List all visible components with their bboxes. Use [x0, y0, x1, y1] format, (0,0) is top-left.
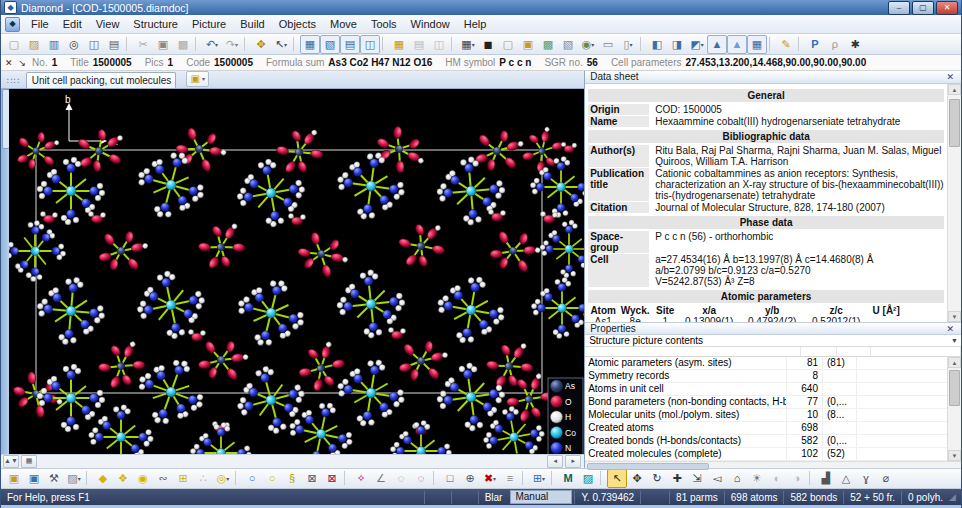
measure-icon[interactable]: M — [558, 469, 578, 488]
export-icon[interactable]: ▭ — [598, 35, 618, 54]
tab-grip-icon[interactable]: ∷∷ — [3, 76, 26, 88]
manual-mode-box[interactable]: Manual — [510, 490, 572, 504]
shift-tool-icon[interactable]: ✚ — [667, 469, 687, 488]
viewport-vertical-scrollbar[interactable] — [1, 89, 9, 454]
ring-red-icon[interactable]: ◌ — [411, 469, 431, 488]
document-icon[interactable]: ◆ — [5, 17, 20, 32]
open-document-icon[interactable]: ▨ — [24, 35, 44, 54]
menu-item[interactable]: Move — [323, 16, 364, 32]
copy-icon[interactable]: ▣ — [153, 35, 173, 54]
powder-chart-icon[interactable]: ▲ — [727, 35, 747, 54]
property-row[interactable]: Atomic parameters (asym. sites) 81 (81) — [585, 357, 947, 370]
filter-atoms-icon[interactable]: ◎ ▾ — [213, 469, 233, 488]
rho-calc-icon[interactable]: ρ — [825, 35, 845, 54]
scroll-down-icon[interactable]: ▼ — [948, 311, 961, 322]
goto-structure-icon[interactable]: ↘ — [19, 58, 27, 68]
anim-walk-icon[interactable]: ◐ — [767, 469, 787, 488]
menu-item[interactable]: View — [89, 16, 127, 32]
rotate-tool-icon[interactable]: ↻ — [647, 469, 667, 488]
separator[interactable] — [244, 37, 249, 51]
delete-icon[interactable]: ✖ ▾ — [480, 469, 500, 488]
data-sheet-header[interactable]: Data sheet ✕ — [585, 71, 961, 84]
pan-icon[interactable]: ✥ — [251, 35, 271, 54]
grid-toggle-button[interactable]: ▦ — [21, 455, 37, 468]
diameter-icon[interactable]: ⌀ — [876, 469, 896, 488]
scrollbar-thumb[interactable] — [587, 463, 709, 470]
structure-drawing[interactable]: b a — [9, 89, 584, 454]
destroy-grid-icon[interactable]: ⊠ — [302, 469, 322, 488]
property-row[interactable]: Bond parameters (non-bonding contacts, H… — [585, 396, 947, 409]
select-mode-icon[interactable]: ↖ ▾ — [271, 35, 291, 54]
save-picture-icon[interactable]: ▩ — [538, 35, 558, 54]
pane-navigation-icon[interactable]: ◨ — [667, 35, 687, 54]
minimize-button[interactable]: – — [888, 1, 910, 15]
fill-cell-icon[interactable]: ⊞ — [173, 469, 193, 488]
chain-search-icon[interactable]: § — [282, 469, 302, 488]
scroll-right-button[interactable]: ▸ — [565, 455, 581, 468]
molecules[interactable] — [9, 118, 584, 454]
undo-icon[interactable]: ↶ ▾ — [202, 35, 222, 54]
move-tool-icon[interactable]: ✥ — [627, 469, 647, 488]
separator[interactable] — [433, 471, 438, 485]
scroll-left-button[interactable]: ◂ — [547, 455, 563, 468]
import-icon[interactable]: ▯ ▾ — [618, 35, 638, 54]
paste-icon[interactable]: ▩ — [173, 35, 193, 54]
data-sheet-scrollbar[interactable]: ▲ ▼ — [947, 84, 961, 322]
gamma-plot-icon[interactable]: ɣ — [856, 469, 876, 488]
polyhedra-icon[interactable]: ◆ — [93, 469, 113, 488]
close-structure-icon[interactable]: ✕ — [5, 58, 13, 68]
color-scheme-icon[interactable]: ⊞ ▾ — [529, 469, 549, 488]
separator[interactable] — [293, 37, 298, 51]
add-atoms-icon[interactable]: ◉ — [133, 469, 153, 488]
separator[interactable] — [235, 471, 240, 485]
resize-grip[interactable]: ◢ — [949, 490, 961, 504]
data-grid-icon[interactable]: ▦ — [747, 35, 767, 54]
spin-updown-button[interactable]: ▲▼ — [3, 455, 19, 468]
print-preview-icon[interactable]: ◫ — [84, 35, 104, 54]
view-along-icon[interactable]: ◅ — [707, 469, 727, 488]
render-icon[interactable]: ▨ — [578, 469, 598, 488]
properties-scrollbar[interactable]: ▲ ▼ — [947, 357, 961, 461]
properties-selector[interactable]: Structure picture contents ▼ — [585, 335, 961, 347]
property-row[interactable]: Created bonds (H-bonds/contacts) 582 (0,… — [585, 435, 947, 448]
properties-header[interactable]: Properties ✕ — [585, 323, 961, 335]
separator[interactable] — [522, 471, 527, 485]
separator[interactable] — [126, 37, 131, 51]
separator[interactable] — [600, 471, 605, 485]
properties-horizontal-scrollbar[interactable] — [585, 461, 961, 468]
separator[interactable] — [551, 471, 556, 485]
ring-icon[interactable]: ◌ — [391, 469, 411, 488]
menu-item[interactable]: Objects — [272, 16, 323, 32]
copy-picture-icon[interactable]: ▣ — [518, 35, 538, 54]
atomic-table-row[interactable]: As18e10.13009(1)0.47924(2)0.52012(1) — [588, 316, 944, 322]
new-document-icon[interactable]: ▢ — [4, 35, 24, 54]
tab-unit-cell-packing[interactable]: Unit cell packing, cut molecules — [26, 72, 176, 88]
destroy-red-icon[interactable]: ⊠ — [322, 469, 342, 488]
diffraction-chart-icon[interactable]: ▲ — [707, 35, 727, 54]
title-bar[interactable]: ◆ Diamond - [COD-1500005.diamdoc] – ▢ ✕ — [1, 0, 961, 15]
scroll-up-icon[interactable]: ▲ — [948, 84, 961, 95]
h-bonds-icon[interactable]: ≡ — [500, 469, 520, 488]
packing-icon[interactable]: ❖ — [113, 469, 133, 488]
data-sheet-icon[interactable]: ▦ — [389, 35, 409, 54]
home-position-icon[interactable]: ⌂ — [727, 469, 747, 488]
menu-item[interactable]: Window — [404, 16, 457, 32]
separator[interactable] — [344, 471, 349, 485]
histogram-icon[interactable]: ▟ — [816, 469, 836, 488]
save-icon[interactable]: ▥ — [44, 35, 64, 54]
new-picture-icon[interactable]: ▢ — [498, 35, 518, 54]
copy-structure-icon[interactable]: ▣ — [24, 469, 44, 488]
build-icon[interactable]: ⚒ — [44, 469, 64, 488]
find-icon[interactable]: ◎ — [64, 35, 84, 54]
ring-search-icon[interactable]: ○ — [262, 469, 282, 488]
create-bond-icon[interactable]: ✧ — [351, 469, 371, 488]
menu-item[interactable]: Tools — [364, 16, 404, 32]
menu-item[interactable]: Structure — [126, 16, 185, 32]
property-row[interactable]: Created atoms 698 — [585, 422, 947, 435]
broken-molecules-icon[interactable]: ∴ — [193, 469, 213, 488]
picture-view-icon[interactable]: ▦ — [300, 35, 320, 54]
separator[interactable] — [769, 37, 774, 51]
menu-item[interactable]: Picture — [185, 16, 233, 32]
separator[interactable] — [640, 37, 645, 51]
scrollbar-thumb[interactable] — [949, 99, 960, 147]
